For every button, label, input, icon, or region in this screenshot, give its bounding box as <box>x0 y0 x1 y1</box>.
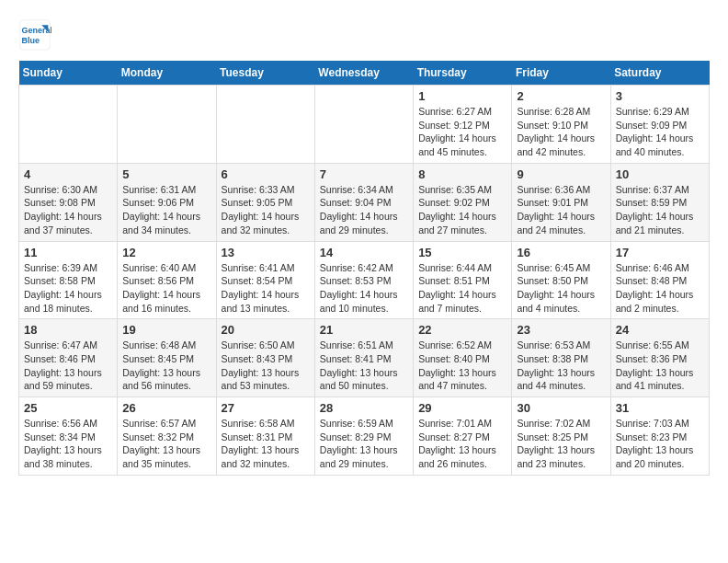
day-info: Sunrise: 6:33 AMSunset: 9:05 PMDaylight:… <box>222 183 310 237</box>
calendar-cell <box>118 86 216 164</box>
day-info: Sunrise: 6:28 AMSunset: 9:10 PMDaylight:… <box>517 105 605 159</box>
svg-text:Blue: Blue <box>22 36 40 45</box>
day-info: Sunrise: 6:45 AMSunset: 8:50 PMDaylight:… <box>517 261 605 316</box>
day-info: Sunrise: 6:35 AMSunset: 9:02 PMDaylight:… <box>418 183 506 237</box>
day-info: Sunrise: 6:40 AMSunset: 8:56 PMDaylight:… <box>122 261 210 316</box>
header-row: SundayMondayTuesdayWednesdayThursdayFrid… <box>19 61 710 86</box>
calendar-cell: 16Sunrise: 6:45 AMSunset: 8:50 PMDayligh… <box>512 241 610 319</box>
calendar-cell: 21Sunrise: 6:51 AMSunset: 8:41 PMDayligh… <box>314 319 413 397</box>
calendar-cell <box>216 86 314 164</box>
calendar-cell <box>19 86 118 164</box>
calendar-cell: 11Sunrise: 6:39 AMSunset: 8:58 PMDayligh… <box>19 241 118 319</box>
header-cell-wednesday: Wednesday <box>314 61 413 86</box>
day-number: 18 <box>24 323 112 337</box>
day-number: 13 <box>222 246 310 259</box>
calendar-cell: 8Sunrise: 6:35 AMSunset: 9:02 PMDaylight… <box>414 163 512 241</box>
calendar-cell: 23Sunrise: 6:53 AMSunset: 8:38 PMDayligh… <box>512 319 610 397</box>
day-info: Sunrise: 6:58 AMSunset: 8:31 PMDaylight:… <box>222 417 310 471</box>
day-number: 10 <box>616 167 704 181</box>
day-info: Sunrise: 6:36 AMSunset: 9:01 PMDaylight:… <box>517 183 605 237</box>
calendar-cell: 26Sunrise: 6:57 AMSunset: 8:32 PMDayligh… <box>118 397 216 476</box>
week-row-0: 1Sunrise: 6:27 AMSunset: 9:12 PMDaylight… <box>19 86 710 164</box>
day-info: Sunrise: 6:37 AMSunset: 8:59 PMDaylight:… <box>616 183 704 237</box>
page-header: General Blue <box>18 18 710 52</box>
day-info: Sunrise: 6:46 AMSunset: 8:48 PMDaylight:… <box>616 261 704 316</box>
calendar-cell: 6Sunrise: 6:33 AMSunset: 9:05 PMDaylight… <box>216 163 314 241</box>
day-number: 12 <box>122 246 210 259</box>
week-row-3: 18Sunrise: 6:47 AMSunset: 8:46 PMDayligh… <box>19 319 710 397</box>
header-cell-friday: Friday <box>512 61 610 86</box>
calendar-cell: 20Sunrise: 6:50 AMSunset: 8:43 PMDayligh… <box>216 319 314 397</box>
day-info: Sunrise: 6:47 AMSunset: 8:46 PMDaylight:… <box>24 339 112 393</box>
header-cell-thursday: Thursday <box>414 61 512 86</box>
day-number: 31 <box>616 401 704 415</box>
day-number: 7 <box>320 167 408 181</box>
day-info: Sunrise: 6:44 AMSunset: 8:51 PMDaylight:… <box>418 261 506 316</box>
day-number: 3 <box>616 89 704 103</box>
week-row-4: 25Sunrise: 6:56 AMSunset: 8:34 PMDayligh… <box>19 397 710 476</box>
day-info: Sunrise: 6:59 AMSunset: 8:29 PMDaylight:… <box>320 417 408 471</box>
day-number: 2 <box>517 89 605 103</box>
day-number: 15 <box>418 246 506 259</box>
day-number: 30 <box>517 401 605 415</box>
calendar-cell: 3Sunrise: 6:29 AMSunset: 9:09 PMDaylight… <box>610 86 709 164</box>
day-number: 20 <box>222 323 310 337</box>
calendar-cell: 29Sunrise: 7:01 AMSunset: 8:27 PMDayligh… <box>414 397 512 476</box>
week-row-2: 11Sunrise: 6:39 AMSunset: 8:58 PMDayligh… <box>19 241 710 319</box>
calendar-cell: 5Sunrise: 6:31 AMSunset: 9:06 PMDaylight… <box>118 163 216 241</box>
day-number: 21 <box>320 323 408 337</box>
day-number: 23 <box>517 323 605 337</box>
day-info: Sunrise: 7:02 AMSunset: 8:25 PMDaylight:… <box>517 417 605 471</box>
day-number: 26 <box>122 401 210 415</box>
day-info: Sunrise: 6:55 AMSunset: 8:36 PMDaylight:… <box>616 339 704 393</box>
day-info: Sunrise: 6:56 AMSunset: 8:34 PMDaylight:… <box>24 417 112 471</box>
calendar-cell: 2Sunrise: 6:28 AMSunset: 9:10 PMDaylight… <box>512 86 610 164</box>
calendar-cell: 15Sunrise: 6:44 AMSunset: 8:51 PMDayligh… <box>414 241 512 319</box>
day-number: 29 <box>418 401 506 415</box>
day-info: Sunrise: 6:31 AMSunset: 9:06 PMDaylight:… <box>122 183 210 237</box>
calendar-cell: 17Sunrise: 6:46 AMSunset: 8:48 PMDayligh… <box>610 241 709 319</box>
calendar-cell: 19Sunrise: 6:48 AMSunset: 8:45 PMDayligh… <box>118 319 216 397</box>
calendar-cell: 24Sunrise: 6:55 AMSunset: 8:36 PMDayligh… <box>610 319 709 397</box>
day-number: 5 <box>122 167 210 181</box>
day-number: 16 <box>517 246 605 259</box>
day-info: Sunrise: 6:52 AMSunset: 8:40 PMDaylight:… <box>418 339 506 393</box>
header-cell-monday: Monday <box>118 61 216 86</box>
day-number: 14 <box>320 246 408 259</box>
day-info: Sunrise: 7:01 AMSunset: 8:27 PMDaylight:… <box>418 417 506 471</box>
day-info: Sunrise: 6:30 AMSunset: 9:08 PMDaylight:… <box>24 183 112 237</box>
day-number: 19 <box>122 323 210 337</box>
calendar-cell <box>314 86 413 164</box>
calendar-cell: 9Sunrise: 6:36 AMSunset: 9:01 PMDaylight… <box>512 163 610 241</box>
day-number: 6 <box>222 167 310 181</box>
calendar-cell: 22Sunrise: 6:52 AMSunset: 8:40 PMDayligh… <box>414 319 512 397</box>
calendar-cell: 10Sunrise: 6:37 AMSunset: 8:59 PMDayligh… <box>610 163 709 241</box>
day-number: 17 <box>616 246 704 259</box>
day-info: Sunrise: 6:39 AMSunset: 8:58 PMDaylight:… <box>24 261 112 316</box>
logo-icon: General Blue <box>18 18 51 52</box>
header-cell-saturday: Saturday <box>610 61 709 86</box>
calendar-cell: 31Sunrise: 7:03 AMSunset: 8:23 PMDayligh… <box>610 397 709 476</box>
day-info: Sunrise: 6:51 AMSunset: 8:41 PMDaylight:… <box>320 339 408 393</box>
day-number: 9 <box>517 167 605 181</box>
day-number: 8 <box>418 167 506 181</box>
day-info: Sunrise: 7:03 AMSunset: 8:23 PMDaylight:… <box>616 417 704 471</box>
day-number: 22 <box>418 323 506 337</box>
header-cell-tuesday: Tuesday <box>216 61 314 86</box>
header-cell-sunday: Sunday <box>19 61 118 86</box>
calendar-cell: 18Sunrise: 6:47 AMSunset: 8:46 PMDayligh… <box>19 319 118 397</box>
calendar-cell: 7Sunrise: 6:34 AMSunset: 9:04 PMDaylight… <box>314 163 413 241</box>
calendar-header: SundayMondayTuesdayWednesdayThursdayFrid… <box>19 61 710 86</box>
day-info: Sunrise: 6:42 AMSunset: 8:53 PMDaylight:… <box>320 261 408 316</box>
day-info: Sunrise: 6:53 AMSunset: 8:38 PMDaylight:… <box>517 339 605 393</box>
calendar-cell: 28Sunrise: 6:59 AMSunset: 8:29 PMDayligh… <box>314 397 413 476</box>
day-number: 24 <box>616 323 704 337</box>
day-info: Sunrise: 6:29 AMSunset: 9:09 PMDaylight:… <box>616 105 704 159</box>
calendar-table: SundayMondayTuesdayWednesdayThursdayFrid… <box>18 61 710 476</box>
day-number: 27 <box>222 401 310 415</box>
calendar-cell: 4Sunrise: 6:30 AMSunset: 9:08 PMDaylight… <box>19 163 118 241</box>
logo: General Blue <box>18 18 57 52</box>
day-number: 1 <box>418 89 506 103</box>
day-info: Sunrise: 6:57 AMSunset: 8:32 PMDaylight:… <box>122 417 210 471</box>
day-number: 11 <box>24 246 112 259</box>
